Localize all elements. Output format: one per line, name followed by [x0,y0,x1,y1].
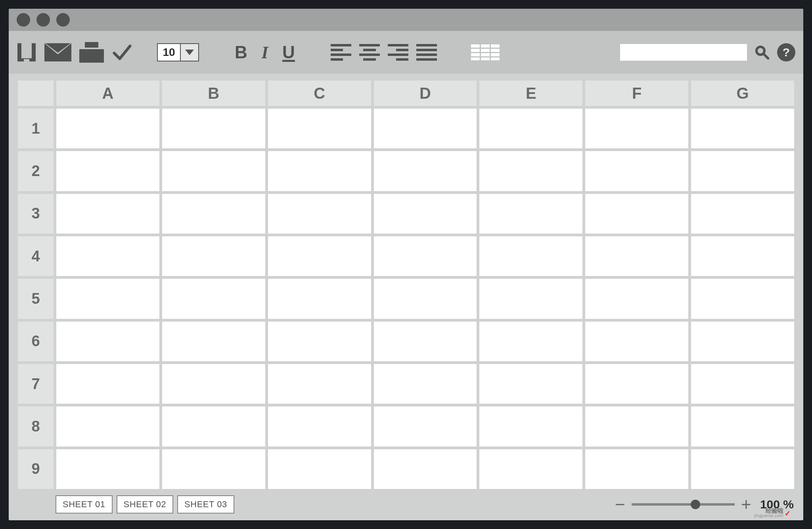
mail-button[interactable] [44,40,71,64]
cell[interactable] [162,279,265,318]
cell[interactable] [162,151,265,191]
row-header[interactable]: 7 [18,364,54,404]
cell[interactable] [479,109,582,148]
cell[interactable] [56,364,159,404]
cell[interactable] [585,151,688,191]
cell[interactable] [374,236,477,276]
cell[interactable] [162,364,265,404]
zoom-slider[interactable] [632,503,735,506]
cell[interactable] [479,322,582,361]
cell[interactable] [56,109,159,148]
cell[interactable] [162,194,265,234]
row-header[interactable]: 5 [18,279,54,318]
cell[interactable] [479,449,582,489]
cell[interactable] [585,279,688,318]
cell[interactable] [56,449,159,489]
sheet-tab-2[interactable]: SHEET 02 [117,495,174,514]
row-header[interactable]: 8 [18,406,54,446]
row-header[interactable]: 6 [18,322,54,361]
check-button[interactable] [112,40,132,64]
cell[interactable] [691,151,794,191]
cell[interactable] [691,279,794,318]
font-size-dropdown[interactable] [181,44,198,61]
cell[interactable] [162,406,265,446]
cell[interactable] [585,194,688,234]
cell[interactable] [374,194,477,234]
cell[interactable] [479,279,582,318]
cell[interactable] [479,364,582,404]
cell[interactable] [268,151,371,191]
column-header[interactable]: C [268,80,371,106]
sheet-tab-3[interactable]: SHEET 03 [177,495,234,514]
align-right-button[interactable] [388,44,408,61]
cell[interactable] [268,364,371,404]
cell[interactable] [374,109,477,148]
cell[interactable] [691,236,794,276]
cell[interactable] [56,406,159,446]
cell[interactable] [268,449,371,489]
cell[interactable] [268,406,371,446]
column-header[interactable]: G [691,80,794,106]
cell[interactable] [479,236,582,276]
cell[interactable] [56,151,159,191]
row-header[interactable]: 1 [18,109,54,148]
cell[interactable] [585,449,688,489]
cell[interactable] [162,322,265,361]
align-justify-button[interactable] [416,44,437,61]
cell[interactable] [56,322,159,361]
row-header[interactable]: 9 [18,449,54,489]
bold-button[interactable]: B [233,42,249,62]
cell[interactable] [162,449,265,489]
cell[interactable] [162,109,265,148]
cell[interactable] [479,406,582,446]
italic-button[interactable]: I [257,42,273,63]
sheet-tab-1[interactable]: SHEET 01 [56,495,113,514]
cell[interactable] [479,151,582,191]
row-header[interactable]: 3 [18,194,54,234]
cell[interactable] [691,449,794,489]
zoom-in-button[interactable]: + [739,494,753,514]
cell[interactable] [268,194,371,234]
underline-button[interactable]: U [281,42,297,62]
column-header[interactable]: D [374,80,477,106]
align-left-button[interactable] [331,44,351,61]
search-icon[interactable] [755,40,769,64]
cell[interactable] [585,109,688,148]
cell[interactable] [374,151,477,191]
select-all-corner[interactable] [18,80,54,106]
column-header[interactable]: F [585,80,688,106]
column-header[interactable]: E [479,80,582,106]
cell[interactable] [691,364,794,404]
print-button[interactable] [79,40,104,64]
zoom-thumb[interactable] [691,500,700,509]
window-maximize-icon[interactable] [56,13,70,27]
align-center-button[interactable] [359,44,380,61]
cell[interactable] [268,279,371,318]
zoom-out-button[interactable]: − [613,494,627,514]
search-input[interactable] [620,44,747,61]
cell[interactable] [268,236,371,276]
cell[interactable] [479,194,582,234]
cell[interactable] [374,364,477,404]
cell[interactable] [56,279,159,318]
save-button[interactable] [17,40,36,64]
cell[interactable] [162,236,265,276]
window-close-icon[interactable] [17,13,30,27]
help-button[interactable]: ? [777,43,795,61]
row-header[interactable]: 4 [18,236,54,276]
cell[interactable] [56,194,159,234]
column-header[interactable]: B [162,80,265,106]
cell[interactable] [268,109,371,148]
cell[interactable] [585,322,688,361]
font-size-selector[interactable]: 10 [157,43,199,61]
cell[interactable] [374,322,477,361]
cell[interactable] [585,364,688,404]
cell[interactable] [374,279,477,318]
table-view-button[interactable] [471,40,500,64]
cell[interactable] [691,109,794,148]
cell[interactable] [268,322,371,361]
cell[interactable] [56,236,159,276]
window-minimize-icon[interactable] [36,13,50,27]
cell[interactable] [374,449,477,489]
cell[interactable] [691,322,794,361]
